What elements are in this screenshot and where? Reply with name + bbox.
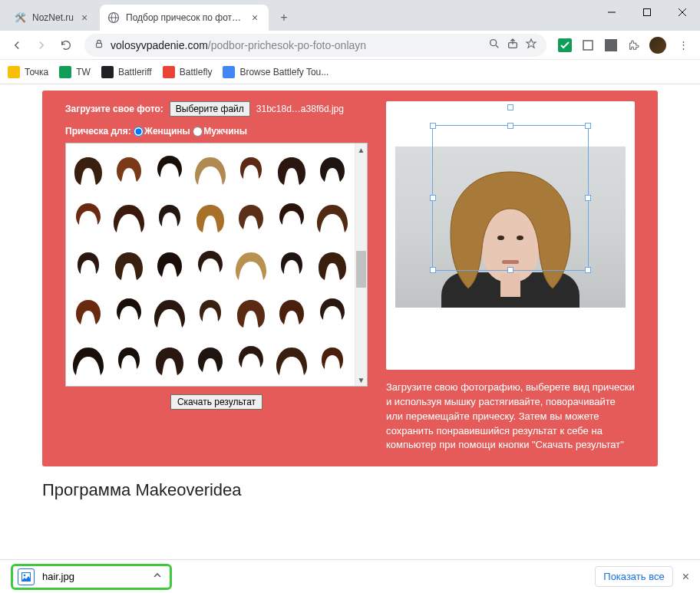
- url-text: volosyvpadenie.com/podbor-prichesok-po-f…: [111, 39, 366, 51]
- new-tab-button[interactable]: +: [273, 7, 295, 28]
- extensions-puzzle-icon[interactable]: [626, 38, 642, 53]
- lock-icon: [94, 38, 104, 51]
- download-chip[interactable]: hair.jpg: [11, 564, 172, 590]
- profile-avatar[interactable]: [649, 37, 666, 54]
- gender-female-option[interactable]: Женщины: [134, 126, 190, 137]
- extension-icon[interactable]: [603, 38, 619, 53]
- bookmark-favicon: [163, 66, 175, 78]
- hairstyle-option[interactable]: [110, 147, 149, 193]
- scroll-up-icon[interactable]: ▲: [355, 143, 367, 156]
- window-controls: [594, 0, 700, 25]
- hairstyle-option[interactable]: [150, 147, 190, 193]
- minimize-button[interactable]: [594, 0, 629, 25]
- hairstyle-option[interactable]: [110, 289, 149, 335]
- search-icon[interactable]: [488, 38, 500, 52]
- hairstyle-option[interactable]: [110, 337, 149, 383]
- scroll-thumb[interactable]: [356, 251, 366, 288]
- reload-button[interactable]: [55, 35, 77, 56]
- bookmark-label: Battleriff: [118, 67, 152, 77]
- svg-rect-4: [644, 9, 651, 16]
- bookmark-favicon: [101, 66, 114, 78]
- browser-tab-inactive[interactable]: 🛠️ NozNet.ru ×: [6, 5, 98, 31]
- hairstyle-option[interactable]: [191, 147, 230, 193]
- star-icon[interactable]: [525, 38, 537, 52]
- close-window-button[interactable]: [665, 0, 700, 25]
- bookmark-item[interactable]: TW: [59, 66, 91, 78]
- hairstyle-option[interactable]: [69, 194, 108, 240]
- bookmarks-bar: ТочкаTWBattleriffBattleflyBrowse Battlef…: [0, 60, 700, 84]
- scroll-down-icon[interactable]: ▼: [355, 374, 367, 386]
- hairstyle-grid: [66, 143, 355, 386]
- hairstyle-gallery: ▲ ▼: [65, 143, 368, 387]
- hairstyle-option[interactable]: [150, 289, 190, 335]
- uploaded-photo[interactable]: [395, 147, 626, 308]
- page-content: Загрузите свое фото: Выберите файл 31bc1…: [0, 84, 700, 559]
- hairstyle-option[interactable]: [272, 289, 311, 335]
- hairstyle-option[interactable]: [231, 289, 270, 335]
- close-icon[interactable]: ×: [249, 12, 261, 24]
- hairstyle-option[interactable]: [150, 337, 190, 383]
- address-bar[interactable]: volosyvpadenie.com/podbor-prichesok-po-f…: [84, 34, 546, 57]
- globe-icon: [107, 12, 120, 24]
- hairstyle-option[interactable]: [231, 147, 270, 193]
- show-all-downloads-button[interactable]: Показать все: [595, 566, 672, 587]
- share-icon[interactable]: [507, 38, 519, 52]
- back-button[interactable]: [6, 35, 28, 56]
- hairstyle-option[interactable]: [272, 147, 311, 193]
- hairstyle-option[interactable]: [312, 289, 352, 335]
- download-result-button[interactable]: Скачать результат: [170, 394, 262, 410]
- hairstyle-option[interactable]: [191, 194, 230, 240]
- svg-rect-12: [583, 41, 593, 50]
- close-shelf-button[interactable]: ×: [682, 570, 689, 584]
- forward-button[interactable]: [31, 35, 52, 56]
- transform-box[interactable]: [432, 125, 589, 271]
- window-titlebar: 🛠️ NozNet.ru × Подбор причесок по фото о…: [0, 0, 700, 31]
- chevron-up-icon[interactable]: [153, 571, 162, 582]
- hairstyle-option[interactable]: [231, 194, 270, 240]
- bookmark-item[interactable]: Точка: [8, 66, 48, 78]
- gender-row: Прическа для: Женщины Мужчины: [65, 126, 368, 137]
- svg-rect-16: [101, 66, 114, 78]
- bookmark-favicon: [59, 66, 71, 78]
- hairstyle-option[interactable]: [312, 194, 352, 240]
- maximize-button[interactable]: [629, 0, 665, 25]
- hairstyle-option[interactable]: [69, 242, 108, 288]
- close-icon[interactable]: ×: [78, 12, 91, 24]
- hairstyle-option[interactable]: [312, 337, 352, 383]
- bookmark-label: Browse Battlefy Tou...: [239, 67, 329, 77]
- hairstyle-option[interactable]: [231, 242, 270, 288]
- hairstyle-option[interactable]: [150, 194, 190, 240]
- browser-tab-active[interactable]: Подбор причесок по фото онла ×: [100, 5, 269, 31]
- hairstyle-option[interactable]: [150, 242, 190, 288]
- gender-male-option[interactable]: Мужчины: [193, 126, 247, 137]
- download-shelf: hair.jpg Показать все ×: [0, 559, 700, 593]
- hairstyle-option[interactable]: [312, 147, 352, 193]
- svg-point-8: [490, 40, 497, 46]
- hairstyle-option[interactable]: [110, 194, 149, 240]
- wrench-icon: 🛠️: [14, 12, 26, 24]
- gender-label: Прическа для:: [65, 126, 131, 137]
- checkmark-extension-icon[interactable]: [557, 38, 573, 53]
- hairstyle-option[interactable]: [272, 194, 311, 240]
- hairstyle-option[interactable]: [69, 147, 108, 193]
- bookmark-item[interactable]: Battleriff: [101, 66, 152, 78]
- tab-title: NozNet.ru: [32, 12, 74, 23]
- hairstyle-option[interactable]: [110, 242, 149, 288]
- bookmark-item[interactable]: Browse Battlefy Tou...: [223, 66, 329, 78]
- hairstyle-option[interactable]: [191, 242, 230, 288]
- hairstyle-option[interactable]: [312, 242, 352, 288]
- bookmark-item[interactable]: Battlefly: [163, 66, 213, 78]
- hairstyle-option[interactable]: [272, 337, 311, 383]
- hairstyle-tool-panel: Загрузите свое фото: Выберите файл 31bc1…: [42, 91, 658, 466]
- hairstyle-option[interactable]: [231, 337, 270, 383]
- hairstyle-option[interactable]: [191, 289, 230, 335]
- hairstyle-option[interactable]: [272, 242, 311, 288]
- hairstyle-option[interactable]: [191, 337, 230, 383]
- menu-button[interactable]: ⋮: [672, 35, 694, 56]
- right-column: Загрузите свою фотографию, выберете вид …: [386, 101, 635, 453]
- choose-file-button[interactable]: Выберите файл: [170, 101, 250, 117]
- hairstyle-option[interactable]: [69, 337, 108, 383]
- hairstyle-option[interactable]: [69, 289, 108, 335]
- extension-icon[interactable]: [580, 38, 596, 53]
- scrollbar[interactable]: ▲ ▼: [355, 143, 367, 386]
